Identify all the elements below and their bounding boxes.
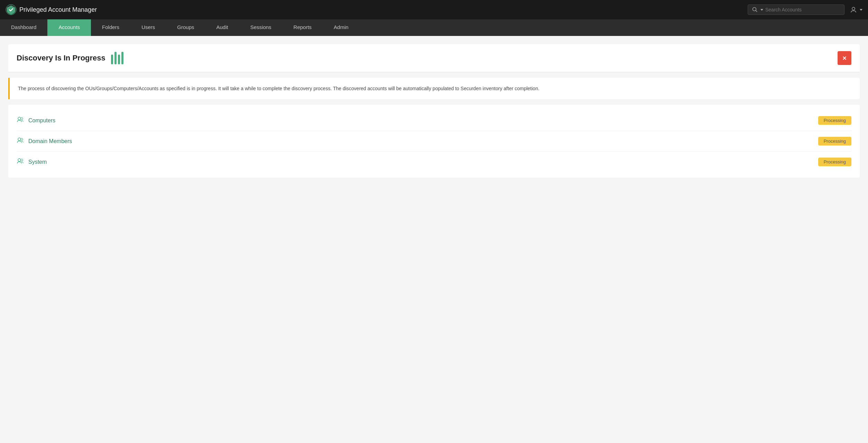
app-header: Privileged Account Manager bbox=[0, 0, 868, 19]
search-chevron-icon bbox=[760, 9, 763, 11]
svg-point-7 bbox=[21, 138, 23, 140]
app-title: Privileged Account Manager bbox=[19, 6, 97, 13]
system-icon bbox=[17, 157, 24, 167]
svg-point-4 bbox=[18, 117, 21, 120]
page-content: Discovery Is In Progress × The process o… bbox=[0, 36, 868, 186]
domain-members-icon bbox=[17, 136, 24, 146]
search-area[interactable] bbox=[748, 4, 844, 15]
nav-item-groups[interactable]: Groups bbox=[166, 19, 205, 36]
nav-item-audit[interactable]: Audit bbox=[205, 19, 239, 36]
discovery-items-list: Computers Processing Domain Members Proc… bbox=[8, 105, 860, 178]
search-input[interactable] bbox=[765, 7, 840, 12]
nav-item-users[interactable]: Users bbox=[130, 19, 166, 36]
info-text: The process of discovering the OUs/Group… bbox=[18, 85, 851, 92]
nav-item-sessions[interactable]: Sessions bbox=[239, 19, 283, 36]
progress-bar-3 bbox=[118, 55, 120, 64]
header-right bbox=[748, 4, 862, 15]
system-label: System bbox=[28, 159, 818, 165]
computers-status-badge: Processing bbox=[818, 116, 851, 125]
svg-point-8 bbox=[18, 159, 21, 161]
domain-members-status-badge: Processing bbox=[818, 137, 851, 145]
discovery-header: Discovery Is In Progress × bbox=[8, 44, 860, 72]
domain-members-label: Domain Members bbox=[28, 138, 818, 144]
nav-item-accounts[interactable]: Accounts bbox=[47, 19, 91, 36]
search-icon bbox=[752, 7, 758, 12]
svg-point-6 bbox=[18, 138, 21, 141]
discovery-title-area: Discovery Is In Progress bbox=[17, 52, 123, 64]
main-nav: Dashboard Accounts Folders Users Groups … bbox=[0, 19, 868, 36]
discovery-item-system: System Processing bbox=[17, 152, 851, 172]
computers-icon bbox=[17, 116, 24, 125]
nav-item-reports[interactable]: Reports bbox=[283, 19, 323, 36]
logo-area: Privileged Account Manager bbox=[6, 4, 748, 15]
progress-bar-1 bbox=[111, 55, 113, 64]
progress-bar-4 bbox=[121, 52, 123, 64]
computers-label: Computers bbox=[28, 117, 818, 124]
nav-item-folders[interactable]: Folders bbox=[91, 19, 130, 36]
system-status-badge: Processing bbox=[818, 158, 851, 166]
svg-line-2 bbox=[756, 11, 757, 12]
user-chevron-icon bbox=[860, 9, 862, 11]
user-icon bbox=[850, 6, 857, 13]
progress-bar-2 bbox=[114, 52, 117, 64]
nav-item-admin[interactable]: Admin bbox=[323, 19, 360, 36]
user-menu-button[interactable] bbox=[850, 6, 862, 13]
svg-point-9 bbox=[21, 159, 23, 161]
svg-point-3 bbox=[852, 7, 855, 10]
info-box: The process of discovering the OUs/Group… bbox=[8, 78, 860, 99]
close-button[interactable]: × bbox=[838, 51, 851, 65]
svg-point-5 bbox=[21, 117, 23, 120]
discovery-item-domain-members: Domain Members Processing bbox=[17, 131, 851, 152]
nav-item-dashboard[interactable]: Dashboard bbox=[0, 19, 47, 36]
discovery-item-computers: Computers Processing bbox=[17, 110, 851, 131]
page-title: Discovery Is In Progress bbox=[17, 54, 105, 63]
search-icon-button[interactable] bbox=[752, 7, 763, 12]
app-logo-icon bbox=[6, 4, 17, 15]
progress-animation bbox=[111, 52, 123, 64]
